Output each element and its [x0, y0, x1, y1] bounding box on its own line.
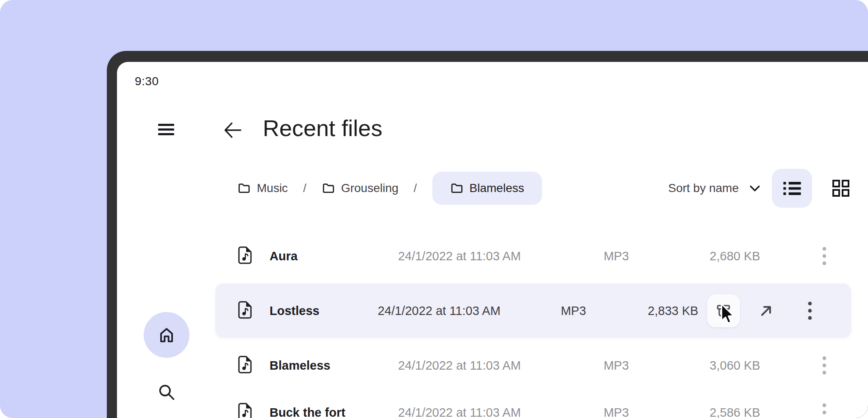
breadcrumb-item-blameless-current[interactable]: Blameless: [432, 172, 542, 205]
more-options-button[interactable]: [800, 301, 820, 321]
sort-button[interactable]: Sort by name: [668, 181, 760, 195]
file-icon-cell: [237, 301, 264, 320]
file-icon-cell: [237, 356, 264, 375]
kebab-menu-icon: [807, 301, 812, 320]
folder-icon: [450, 181, 464, 195]
file-list: Aura 24/1/2022 at 11:03 AM MP3 2,680 KB …: [215, 229, 851, 418]
file-date: 24/1/2022 at 11:03 AM: [370, 406, 548, 418]
page-title: Recent files: [263, 114, 382, 142]
list-view-icon: [783, 182, 801, 195]
file-type: MP3: [548, 406, 684, 418]
archive-icon: [715, 302, 732, 320]
hamburger-icon: [158, 124, 174, 126]
breadcrumb-label: Blameless: [470, 181, 524, 195]
file-date: 24/1/2022 at 11:03 AM: [370, 359, 548, 373]
grid-view-icon: [832, 179, 850, 197]
breadcrumb-separator: /: [414, 182, 417, 195]
home-icon: [157, 325, 176, 345]
kebab-menu-icon: [822, 403, 827, 418]
folder-icon: [322, 181, 335, 195]
file-name: Buck the fort: [264, 406, 370, 418]
file-type: MP3: [548, 359, 684, 373]
file-type: MP3: [508, 304, 639, 318]
kebab-menu-icon: [822, 356, 827, 375]
file-type: MP3: [548, 249, 684, 263]
file-date: 24/1/2022 at 11:03 AM: [370, 249, 548, 263]
chevron-down-icon: [750, 185, 760, 192]
back-button[interactable]: [223, 121, 243, 139]
app-screen: 9:30 Recent files: [117, 62, 868, 418]
breadcrumb-item-grouseling[interactable]: Grouseling: [322, 181, 398, 195]
file-icon-cell: [237, 403, 264, 418]
arrow-up-right-icon: [760, 304, 773, 317]
back-arrow-icon: [223, 121, 242, 139]
file-row[interactable]: Aura 24/1/2022 at 11:03 AM MP3 2,680 KB: [215, 229, 851, 283]
archive-button[interactable]: [707, 294, 740, 327]
row-menu-cell[interactable]: [804, 246, 845, 266]
tablet-bezel: 9:30 Recent files: [107, 51, 868, 418]
screenshot-canvas: 9:30 Recent files: [0, 0, 868, 418]
file-size: 3,060 KB: [684, 359, 786, 373]
grid-view-toggle[interactable]: [832, 169, 850, 208]
nav-home-button-active[interactable]: [144, 312, 189, 358]
hamburger-icon: [158, 128, 174, 131]
breadcrumb-label: Grouseling: [341, 181, 398, 195]
breadcrumb-separator: /: [303, 182, 306, 195]
file-size: 2,833 KB: [639, 304, 707, 318]
audio-file-icon: [237, 246, 252, 264]
menu-button[interactable]: [158, 124, 174, 135]
audio-file-icon: [237, 301, 252, 319]
file-date: 24/1/2022 at 11:03 AM: [370, 304, 508, 318]
audio-file-icon: [237, 356, 252, 373]
breadcrumb-item-music[interactable]: Music: [237, 181, 288, 195]
nav-search-button[interactable]: [157, 383, 176, 401]
row-hover-actions: [707, 294, 835, 327]
audio-file-icon: [237, 403, 252, 418]
row-menu-cell[interactable]: [804, 356, 845, 375]
breadcrumb-label: Music: [257, 181, 288, 195]
sort-label: Sort by name: [668, 181, 739, 195]
file-size: 2,586 KB: [684, 406, 786, 418]
row-menu-cell[interactable]: [804, 403, 845, 418]
file-name: Aura: [264, 249, 370, 263]
open-in-new-button[interactable]: [756, 301, 776, 321]
folder-icon: [237, 181, 251, 195]
breadcrumb: Music / Grouseling /: [237, 172, 542, 205]
file-row[interactable]: Buck the fort 24/1/2022 at 11:03 AM MP3 …: [215, 385, 851, 418]
breadcrumb-toolbar: Music / Grouseling /: [237, 169, 850, 208]
file-name: Blameless: [264, 359, 370, 373]
file-name: Lostless: [264, 304, 370, 318]
kebab-menu-icon: [822, 246, 827, 266]
file-row[interactable]: Lostless 24/1/2022 at 11:03 AM MP3 2,833…: [215, 284, 851, 338]
search-icon: [157, 383, 176, 401]
file-size: 2,680 KB: [684, 249, 786, 263]
status-bar-clock: 9:30: [135, 75, 159, 88]
file-row[interactable]: Blameless 24/1/2022 at 11:03 AM MP3 3,06…: [215, 338, 851, 393]
file-icon-cell: [237, 246, 264, 266]
view-controls: Sort by name: [668, 169, 850, 208]
hamburger-icon: [158, 133, 174, 135]
list-view-toggle-active[interactable]: [772, 169, 812, 208]
